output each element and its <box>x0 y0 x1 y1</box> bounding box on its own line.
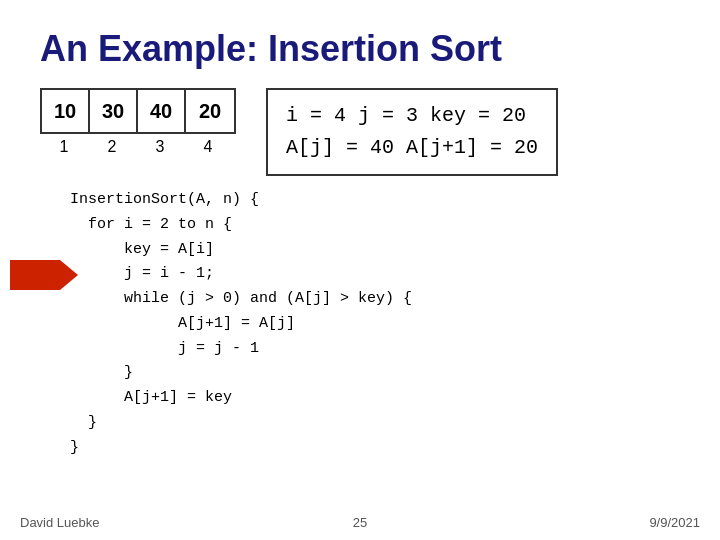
footer-page: 25 <box>353 515 367 530</box>
array-indices: 1 2 3 4 <box>40 138 232 156</box>
array-index-2: 3 <box>136 138 184 156</box>
slide-title: An Example: Insertion Sort <box>40 28 680 70</box>
footer-date: 9/9/2021 <box>649 515 700 530</box>
array-cell-0: 10 <box>42 90 90 132</box>
footer-author: David Luebke <box>20 515 100 530</box>
arrow-icon <box>10 260 60 290</box>
array-cell-3: 20 <box>186 90 234 132</box>
array-cell-1: 30 <box>90 90 138 132</box>
array-area: 10 30 40 20 1 2 3 4 <box>40 88 236 156</box>
slide: An Example: Insertion Sort 10 30 40 20 1… <box>0 0 720 540</box>
code-block: InsertionSort(A, n) { for i = 2 to n { k… <box>70 188 680 460</box>
info-line-1: i = 4 j = 3 key = 20 <box>286 100 538 132</box>
array-index-3: 4 <box>184 138 232 156</box>
array-boxes: 10 30 40 20 <box>40 88 236 134</box>
info-box: i = 4 j = 3 key = 20 A[j] = 40 A[j+1] = … <box>266 88 558 176</box>
array-index-1: 2 <box>88 138 136 156</box>
array-cell-2: 40 <box>138 90 186 132</box>
info-line-2: A[j] = 40 A[j+1] = 20 <box>286 132 538 164</box>
array-index-0: 1 <box>40 138 88 156</box>
arrow-container <box>10 260 60 290</box>
top-section: 10 30 40 20 1 2 3 4 i = 4 j = 3 key = 20… <box>40 88 680 176</box>
code-area: InsertionSort(A, n) { for i = 2 to n { k… <box>70 188 680 460</box>
